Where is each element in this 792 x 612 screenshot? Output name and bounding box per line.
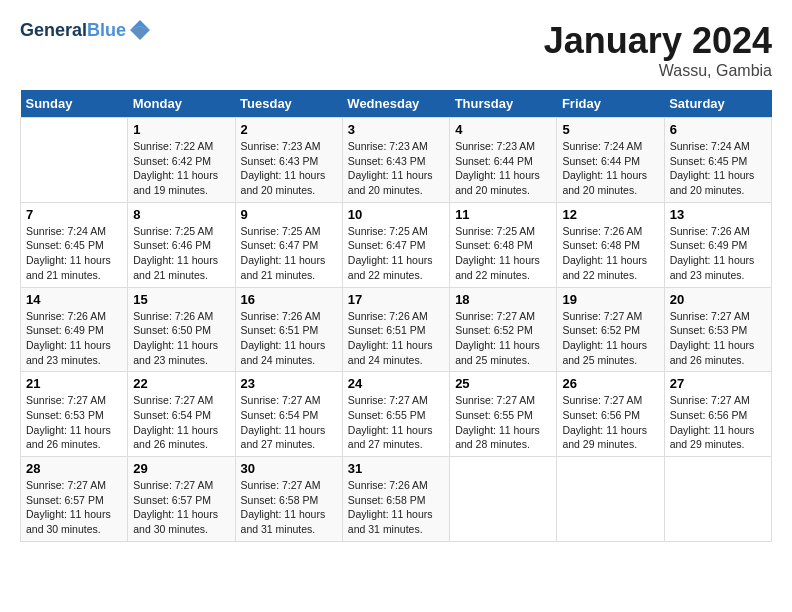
cell-content: Sunrise: 7:27 AM Sunset: 6:53 PM Dayligh… xyxy=(670,309,766,368)
calendar-cell: 26Sunrise: 7:27 AM Sunset: 6:56 PM Dayli… xyxy=(557,372,664,457)
day-number: 3 xyxy=(348,122,444,137)
cell-content: Sunrise: 7:27 AM Sunset: 6:55 PM Dayligh… xyxy=(348,393,444,452)
day-number: 25 xyxy=(455,376,551,391)
week-row-3: 14Sunrise: 7:26 AM Sunset: 6:49 PM Dayli… xyxy=(21,287,772,372)
cell-content: Sunrise: 7:27 AM Sunset: 6:57 PM Dayligh… xyxy=(26,478,122,537)
calendar-cell: 1Sunrise: 7:22 AM Sunset: 6:42 PM Daylig… xyxy=(128,118,235,203)
week-row-2: 7Sunrise: 7:24 AM Sunset: 6:45 PM Daylig… xyxy=(21,202,772,287)
day-number: 23 xyxy=(241,376,337,391)
calendar-cell: 3Sunrise: 7:23 AM Sunset: 6:43 PM Daylig… xyxy=(342,118,449,203)
calendar-cell: 24Sunrise: 7:27 AM Sunset: 6:55 PM Dayli… xyxy=(342,372,449,457)
week-row-1: 1Sunrise: 7:22 AM Sunset: 6:42 PM Daylig… xyxy=(21,118,772,203)
day-number: 29 xyxy=(133,461,229,476)
day-number: 2 xyxy=(241,122,337,137)
cell-content: Sunrise: 7:27 AM Sunset: 6:56 PM Dayligh… xyxy=(670,393,766,452)
header: GeneralBlue January 2024 Wassu, Gambia xyxy=(20,20,772,80)
logo-icon xyxy=(128,18,152,42)
day-number: 14 xyxy=(26,292,122,307)
cell-content: Sunrise: 7:24 AM Sunset: 6:44 PM Dayligh… xyxy=(562,139,658,198)
calendar-cell: 12Sunrise: 7:26 AM Sunset: 6:48 PM Dayli… xyxy=(557,202,664,287)
logo: GeneralBlue xyxy=(20,20,152,42)
cell-content: Sunrise: 7:27 AM Sunset: 6:53 PM Dayligh… xyxy=(26,393,122,452)
cell-content: Sunrise: 7:23 AM Sunset: 6:43 PM Dayligh… xyxy=(241,139,337,198)
calendar-cell: 7Sunrise: 7:24 AM Sunset: 6:45 PM Daylig… xyxy=(21,202,128,287)
calendar-cell: 16Sunrise: 7:26 AM Sunset: 6:51 PM Dayli… xyxy=(235,287,342,372)
cell-content: Sunrise: 7:26 AM Sunset: 6:49 PM Dayligh… xyxy=(670,224,766,283)
cell-content: Sunrise: 7:24 AM Sunset: 6:45 PM Dayligh… xyxy=(26,224,122,283)
day-number: 26 xyxy=(562,376,658,391)
day-number: 18 xyxy=(455,292,551,307)
cell-content: Sunrise: 7:27 AM Sunset: 6:56 PM Dayligh… xyxy=(562,393,658,452)
day-number: 21 xyxy=(26,376,122,391)
calendar-cell: 20Sunrise: 7:27 AM Sunset: 6:53 PM Dayli… xyxy=(664,287,771,372)
col-wednesday: Wednesday xyxy=(342,90,449,118)
day-number: 6 xyxy=(670,122,766,137)
calendar-cell: 15Sunrise: 7:26 AM Sunset: 6:50 PM Dayli… xyxy=(128,287,235,372)
calendar-cell: 19Sunrise: 7:27 AM Sunset: 6:52 PM Dayli… xyxy=(557,287,664,372)
cell-content: Sunrise: 7:26 AM Sunset: 6:58 PM Dayligh… xyxy=(348,478,444,537)
cell-content: Sunrise: 7:26 AM Sunset: 6:51 PM Dayligh… xyxy=(241,309,337,368)
col-monday: Monday xyxy=(128,90,235,118)
cell-content: Sunrise: 7:26 AM Sunset: 6:51 PM Dayligh… xyxy=(348,309,444,368)
day-number: 5 xyxy=(562,122,658,137)
day-number: 31 xyxy=(348,461,444,476)
col-thursday: Thursday xyxy=(450,90,557,118)
cell-content: Sunrise: 7:27 AM Sunset: 6:54 PM Dayligh… xyxy=(133,393,229,452)
calendar-cell: 2Sunrise: 7:23 AM Sunset: 6:43 PM Daylig… xyxy=(235,118,342,203)
cell-content: Sunrise: 7:27 AM Sunset: 6:58 PM Dayligh… xyxy=(241,478,337,537)
day-number: 13 xyxy=(670,207,766,222)
day-number: 20 xyxy=(670,292,766,307)
cell-content: Sunrise: 7:26 AM Sunset: 6:49 PM Dayligh… xyxy=(26,309,122,368)
calendar-cell xyxy=(664,457,771,542)
calendar-cell: 14Sunrise: 7:26 AM Sunset: 6:49 PM Dayli… xyxy=(21,287,128,372)
day-number: 8 xyxy=(133,207,229,222)
calendar-cell: 21Sunrise: 7:27 AM Sunset: 6:53 PM Dayli… xyxy=(21,372,128,457)
calendar-cell: 9Sunrise: 7:25 AM Sunset: 6:47 PM Daylig… xyxy=(235,202,342,287)
col-saturday: Saturday xyxy=(664,90,771,118)
calendar-cell: 6Sunrise: 7:24 AM Sunset: 6:45 PM Daylig… xyxy=(664,118,771,203)
title-area: January 2024 Wassu, Gambia xyxy=(544,20,772,80)
calendar-cell: 25Sunrise: 7:27 AM Sunset: 6:55 PM Dayli… xyxy=(450,372,557,457)
cell-content: Sunrise: 7:25 AM Sunset: 6:48 PM Dayligh… xyxy=(455,224,551,283)
cell-content: Sunrise: 7:27 AM Sunset: 6:52 PM Dayligh… xyxy=(455,309,551,368)
cell-content: Sunrise: 7:27 AM Sunset: 6:55 PM Dayligh… xyxy=(455,393,551,452)
day-number: 1 xyxy=(133,122,229,137)
calendar-cell: 5Sunrise: 7:24 AM Sunset: 6:44 PM Daylig… xyxy=(557,118,664,203)
col-friday: Friday xyxy=(557,90,664,118)
day-number: 15 xyxy=(133,292,229,307)
day-number: 22 xyxy=(133,376,229,391)
cell-content: Sunrise: 7:26 AM Sunset: 6:50 PM Dayligh… xyxy=(133,309,229,368)
day-number: 24 xyxy=(348,376,444,391)
day-number: 12 xyxy=(562,207,658,222)
calendar-cell: 8Sunrise: 7:25 AM Sunset: 6:46 PM Daylig… xyxy=(128,202,235,287)
calendar-cell: 28Sunrise: 7:27 AM Sunset: 6:57 PM Dayli… xyxy=(21,457,128,542)
day-number: 11 xyxy=(455,207,551,222)
calendar-cell: 22Sunrise: 7:27 AM Sunset: 6:54 PM Dayli… xyxy=(128,372,235,457)
calendar-cell: 17Sunrise: 7:26 AM Sunset: 6:51 PM Dayli… xyxy=(342,287,449,372)
calendar-table: Sunday Monday Tuesday Wednesday Thursday… xyxy=(20,90,772,542)
page: GeneralBlue January 2024 Wassu, Gambia S… xyxy=(0,0,792,552)
calendar-cell: 10Sunrise: 7:25 AM Sunset: 6:47 PM Dayli… xyxy=(342,202,449,287)
calendar-cell xyxy=(21,118,128,203)
cell-content: Sunrise: 7:27 AM Sunset: 6:54 PM Dayligh… xyxy=(241,393,337,452)
calendar-cell: 18Sunrise: 7:27 AM Sunset: 6:52 PM Dayli… xyxy=(450,287,557,372)
calendar-cell xyxy=(450,457,557,542)
cell-content: Sunrise: 7:22 AM Sunset: 6:42 PM Dayligh… xyxy=(133,139,229,198)
calendar-cell: 29Sunrise: 7:27 AM Sunset: 6:57 PM Dayli… xyxy=(128,457,235,542)
week-row-5: 28Sunrise: 7:27 AM Sunset: 6:57 PM Dayli… xyxy=(21,457,772,542)
calendar-cell: 4Sunrise: 7:23 AM Sunset: 6:44 PM Daylig… xyxy=(450,118,557,203)
week-row-4: 21Sunrise: 7:27 AM Sunset: 6:53 PM Dayli… xyxy=(21,372,772,457)
day-number: 9 xyxy=(241,207,337,222)
day-number: 30 xyxy=(241,461,337,476)
day-number: 7 xyxy=(26,207,122,222)
day-number: 4 xyxy=(455,122,551,137)
subtitle: Wassu, Gambia xyxy=(544,62,772,80)
header-row: Sunday Monday Tuesday Wednesday Thursday… xyxy=(21,90,772,118)
day-number: 17 xyxy=(348,292,444,307)
calendar-cell: 23Sunrise: 7:27 AM Sunset: 6:54 PM Dayli… xyxy=(235,372,342,457)
col-tuesday: Tuesday xyxy=(235,90,342,118)
day-number: 16 xyxy=(241,292,337,307)
day-number: 19 xyxy=(562,292,658,307)
cell-content: Sunrise: 7:25 AM Sunset: 6:47 PM Dayligh… xyxy=(241,224,337,283)
calendar-cell: 27Sunrise: 7:27 AM Sunset: 6:56 PM Dayli… xyxy=(664,372,771,457)
